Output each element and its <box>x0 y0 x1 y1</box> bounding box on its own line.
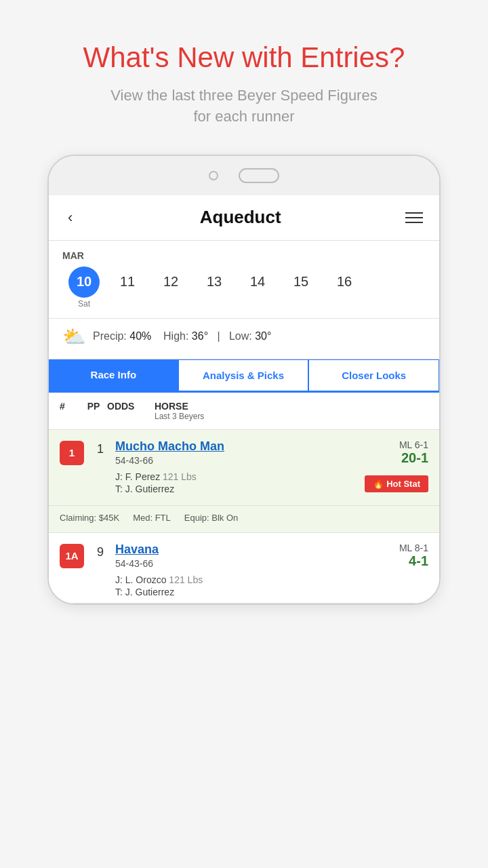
hot-stat-badge-1: 🔥 Hot Stat <box>365 475 428 492</box>
date-item-14[interactable]: 14 <box>236 267 279 298</box>
entry-main-2: Havana 54-43-66 <box>115 542 159 572</box>
date-num-16: 16 <box>329 267 360 298</box>
entry-jt-1: J: F. Perez 121 Lbs T: J. Gutierrez <box>115 471 197 500</box>
entry-beyers-1: 54-43-66 <box>115 455 224 466</box>
entry-name-2[interactable]: Havana <box>115 542 159 557</box>
entry-odds-col-1: ML 6-1 20-1 <box>399 439 428 466</box>
entry-odds-2: 4-1 <box>399 553 428 569</box>
entry-jockey-1: J: F. Perez 121 Lbs <box>115 471 197 482</box>
weather-text: Precip: 40% High: 36° | Low: 30° <box>93 330 271 342</box>
col-horse-label: HORSE <box>155 401 428 412</box>
back-button[interactable]: ‹ <box>62 206 78 229</box>
entry-beyers-2: 54-43-66 <box>115 558 159 569</box>
date-item-13[interactable]: 13 <box>192 267 236 298</box>
menu-icon-line2 <box>405 217 423 218</box>
date-num-11: 11 <box>112 267 143 298</box>
entry-top-1: 1 1 Mucho Macho Man 54-43-66 ML 6-1 20-1 <box>49 430 439 500</box>
date-item-16[interactable]: 16 <box>323 267 366 298</box>
date-section: MAR 10 Sat 11 12 13 <box>49 241 439 319</box>
high-value: 36° <box>192 330 208 342</box>
venue-title: Aqueduct <box>200 207 281 228</box>
page-title: What's New with Entries? <box>27 41 461 75</box>
low-value: 30° <box>255 330 271 342</box>
col-header-pp: PP <box>80 401 107 412</box>
entry-trainer-1: T: J. Gutierrez <box>115 484 197 494</box>
entry-name-1[interactable]: Mucho Macho Man <box>115 439 224 454</box>
menu-icon-line1 <box>405 212 423 214</box>
entry-ml-2: ML 8-1 <box>399 542 428 553</box>
app-content: ‹ Aqueduct MAR 10 Sat 11 <box>49 195 439 604</box>
phone-speaker <box>239 168 279 183</box>
date-row: 10 Sat 11 12 13 14 <box>62 267 426 309</box>
entry-odds-col-2: ML 8-1 4-1 <box>399 542 428 569</box>
tabs-section: Race Info Analysis & Picks Closer Looks <box>49 359 439 393</box>
precip-label: Precip: <box>93 330 129 342</box>
entry-odds-1: 20-1 <box>399 450 428 466</box>
date-item-11[interactable]: 11 <box>106 267 149 298</box>
date-num-13: 13 <box>199 267 230 298</box>
precip-value: 40% <box>129 330 151 342</box>
date-item-12[interactable]: 12 <box>149 267 192 298</box>
col-header-horse: HORSE Last 3 Beyers <box>155 401 428 421</box>
entry-row-1: 1 1 Mucho Macho Man 54-43-66 ML 6-1 20-1 <box>49 430 439 533</box>
low-label: Low: <box>229 330 255 342</box>
app-header: ‹ Aqueduct <box>49 195 439 241</box>
entry-trainer-2: T: J. Gutierrez <box>115 587 428 597</box>
entry-top-2: 1A 9 Havana 54-43-66 ML 8-1 4-1 <box>49 533 439 603</box>
page-subtitle: View the last three Beyer Speed Figuresf… <box>27 85 461 127</box>
weather-icon: ⛅ <box>62 326 86 348</box>
date-num-12: 12 <box>155 267 186 298</box>
menu-icon-line3 <box>405 222 423 223</box>
entry-info-2: Havana 54-43-66 ML 8-1 4-1 J: L. Orozco <box>115 542 428 603</box>
phone-mockup: ‹ Aqueduct MAR 10 Sat 11 <box>47 155 441 605</box>
entry-row-2: 1A 9 Havana 54-43-66 ML 8-1 4-1 <box>49 533 439 604</box>
entry-ml-1: ML 6-1 <box>399 439 428 450</box>
entry-main-1: Mucho Macho Man 54-43-66 <box>115 439 224 469</box>
entry-pp-1: 1 <box>89 439 111 456</box>
entry-claiming-1: Claiming: $45K <box>60 513 119 523</box>
weather-section: ⛅ Precip: 40% High: 36° | Low: 30° <box>49 319 439 359</box>
date-item-10[interactable]: 10 Sat <box>62 267 106 309</box>
month-label: MAR <box>62 250 426 261</box>
table-header: # PP ODDS HORSE Last 3 Beyers <box>49 393 439 430</box>
entry-info-1: Mucho Macho Man 54-43-66 ML 6-1 20-1 <box>115 439 428 500</box>
entry-equip-1: Equip: Blk On <box>184 513 239 523</box>
phone-top-bar <box>49 156 439 195</box>
date-item-15[interactable]: 15 <box>279 267 323 298</box>
col-header-odds: ODDS <box>107 401 155 412</box>
entry-pp-2: 9 <box>89 542 111 559</box>
col-header-num: # <box>60 401 80 412</box>
entry-jockey-2: J: L. Orozco 121 Lbs <box>115 574 428 585</box>
col-horse-sub-label: Last 3 Beyers <box>155 412 428 421</box>
tab-race-info[interactable]: Race Info <box>49 359 178 391</box>
high-label: High: <box>163 330 192 342</box>
date-day-10: Sat <box>78 299 90 309</box>
entry-badge-2: 1A <box>60 544 84 568</box>
date-num-15: 15 <box>285 267 317 298</box>
front-camera <box>209 171 218 180</box>
entry-badge-1: 1 <box>60 441 84 465</box>
tab-analysis-picks[interactable]: Analysis & Picks <box>178 359 309 391</box>
entry-details-1: Claiming: $45K Med: FTL Equip: Blk On <box>49 505 439 532</box>
menu-button[interactable] <box>403 210 426 226</box>
date-num-10: 10 <box>68 267 100 298</box>
entry-med-1: Med: FTL <box>133 513 171 523</box>
tab-closer-looks[interactable]: Closer Looks <box>308 359 439 391</box>
date-num-14: 14 <box>242 267 273 298</box>
page-header: What's New with Entries? View the last t… <box>0 0 488 148</box>
